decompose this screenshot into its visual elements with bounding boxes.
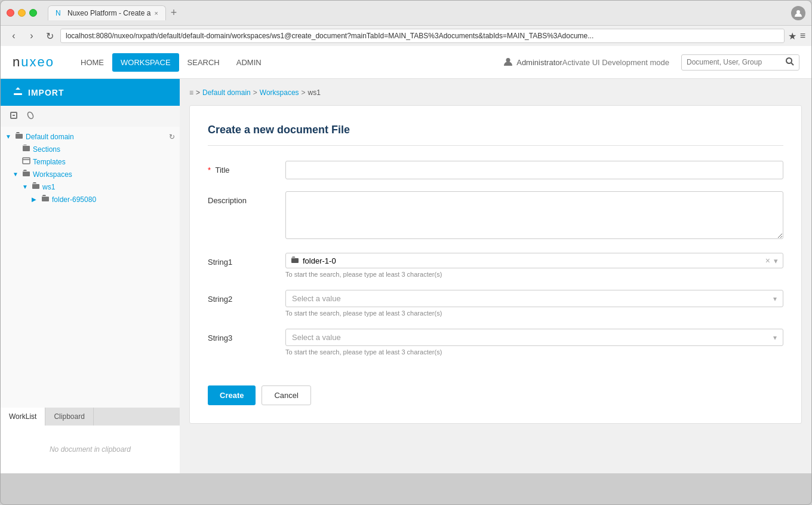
browser-chrome: N Nuxeo Platform - Create a × + ‹ › ↻ ★ … [1, 1, 811, 46]
breadcrumb: ≡ > Default domain > Workspaces > ws1 [189, 88, 802, 97]
title-input[interactable] [285, 161, 783, 179]
tree-arrow-ws1: ▼ [22, 183, 29, 190]
string1-clear-button[interactable]: × [765, 256, 770, 265]
breadcrumb-link-workspaces[interactable]: Workspaces [260, 88, 299, 97]
browser-menu-button[interactable]: ≡ [800, 30, 805, 41]
string1-select[interactable]: folder-1-0 × ▾ [285, 253, 783, 268]
string1-dropdown-button[interactable]: ▾ [774, 256, 778, 265]
title-field-row: * Title [208, 161, 783, 179]
traffic-lights [7, 9, 37, 17]
top-navigation: nuxeo HOME WORKSPACE SEARCH ADMIN Admini… [1, 46, 811, 79]
back-button[interactable]: ‹ [7, 29, 21, 43]
nav-search[interactable]: SEARCH [179, 53, 228, 72]
tree-item-folder-695080[interactable]: ▶ folder-695080 [1, 193, 180, 206]
tree-item-templates[interactable]: ▶ Templates [1, 155, 180, 168]
form-actions: Create Cancel [208, 374, 783, 405]
required-star: * [208, 166, 211, 175]
string3-field: Select a value ▾ To start the search, pl… [285, 329, 783, 356]
breadcrumb-menu-icon[interactable]: ≡ [189, 88, 193, 97]
tab-worklist[interactable]: WorkList [1, 408, 45, 426]
user-menu[interactable]: Administrator [503, 57, 562, 68]
cancel-button[interactable]: Cancel [262, 385, 310, 405]
tree-refresh-button[interactable]: ↻ [169, 133, 175, 141]
top-search-bar [681, 54, 799, 71]
sidebar: IMPORT [1, 79, 180, 473]
minimize-window-button[interactable] [18, 9, 26, 17]
tab-title: Nuxeo Platform - Create a [67, 9, 150, 17]
refresh-button[interactable]: ↻ [42, 29, 57, 43]
sections-icon [22, 144, 30, 154]
close-window-button[interactable] [7, 9, 14, 17]
fullscreen-window-button[interactable] [29, 9, 37, 17]
import-label: IMPORT [28, 88, 64, 97]
worklist-area: WorkList Clipboard No document in clipbo… [1, 408, 180, 473]
content-area: ≡ > Default domain > Workspaces > ws1 Cr… [180, 79, 811, 473]
forward-button[interactable]: › [24, 29, 39, 43]
string2-label: String2 [208, 290, 285, 304]
string3-field-row: String3 Select a value ▾ To start the se… [208, 329, 783, 356]
description-label: Description [208, 191, 285, 205]
string2-field-row: String2 Select a value ▾ To start the se… [208, 290, 783, 317]
new-tab-button[interactable]: + [166, 7, 182, 19]
string3-hint: To start the search, please type at leas… [285, 348, 783, 356]
string3-label: String3 [208, 329, 285, 342]
address-bar[interactable] [60, 29, 785, 43]
browser-user-icon [791, 6, 805, 20]
description-textarea[interactable] [285, 191, 783, 239]
breadcrumb-link-default-domain[interactable]: Default domain [202, 88, 251, 97]
worklist-content: No document in clipboard [1, 426, 180, 473]
svg-rect-4 [14, 93, 22, 95]
svg-rect-10 [23, 158, 30, 164]
tab-close-button[interactable]: × [154, 10, 158, 17]
description-field [285, 191, 783, 241]
title-field [285, 161, 783, 179]
dev-mode-link[interactable]: Activate UI Development mode [562, 58, 669, 67]
search-button[interactable] [786, 57, 794, 68]
sidebar-clip-button[interactable] [23, 109, 38, 123]
tree-arrow-folder: ▶ [32, 196, 39, 203]
sidebar-back-button[interactable] [7, 109, 21, 123]
browser-tab-active[interactable]: N Nuxeo Platform - Create a × [48, 5, 166, 20]
app-container: nuxeo HOME WORKSPACE SEARCH ADMIN Admini… [1, 46, 811, 473]
tree-item-workspaces[interactable]: ▼ Workspaces [1, 168, 180, 180]
tab-clipboard[interactable]: Clipboard [45, 408, 93, 426]
no-document-text: No document in clipboard [50, 445, 131, 454]
user-label: Administrator [516, 58, 562, 67]
create-button[interactable]: Create [208, 385, 256, 405]
templates-icon [22, 157, 30, 167]
title-label: * Title [208, 161, 285, 175]
bookmark-button[interactable]: ★ [788, 30, 796, 42]
import-button[interactable]: IMPORT [1, 79, 180, 106]
top-search-input[interactable] [687, 58, 782, 66]
nav-links: HOME WORKSPACE SEARCH ADMIN Administrato… [72, 53, 799, 72]
logo-text: nuxeo [13, 54, 54, 70]
string2-dropdown[interactable]: Select a value [292, 294, 773, 303]
string3-select[interactable]: Select a value ▾ [285, 329, 783, 346]
tree-label-sections: Sections [33, 145, 60, 154]
ws1-icon [32, 182, 40, 192]
tree-item-ws1[interactable]: ▼ ws1 [1, 180, 180, 193]
svg-rect-8 [16, 134, 23, 139]
create-document-form: Create a new document File * Title D [189, 105, 802, 424]
tree-item-default-domain[interactable]: ▼ Default domain ↻ [1, 130, 180, 143]
file-tree: ▼ Default domain ↻ ▶ Sections [1, 127, 180, 408]
user-avatar-icon [503, 57, 513, 68]
string1-hint: To start the search, please type at leas… [285, 271, 783, 278]
form-title: Create a new document File [208, 124, 783, 146]
nav-workspace[interactable]: WORKSPACE [112, 53, 179, 72]
tree-label-workspaces: Workspaces [33, 170, 72, 179]
tree-label-default-domain: Default domain [26, 133, 74, 141]
string2-dropdown-arrow-icon: ▾ [773, 295, 777, 303]
string2-select[interactable]: Select a value ▾ [285, 290, 783, 307]
nav-home[interactable]: HOME [72, 53, 112, 72]
string1-field-row: String1 folder-1-0 × ▾ To [208, 253, 783, 278]
nav-admin[interactable]: ADMIN [228, 53, 270, 72]
tab-favicon: N [56, 9, 64, 17]
string2-field: Select a value ▾ To start the search, pl… [285, 290, 783, 317]
svg-point-2 [786, 58, 792, 63]
tree-item-sections[interactable]: ▶ Sections [1, 143, 180, 155]
breadcrumb-sep-1: > [253, 88, 257, 97]
string3-dropdown[interactable]: Select a value [292, 333, 773, 342]
svg-point-1 [506, 58, 510, 62]
svg-rect-15 [291, 258, 299, 263]
